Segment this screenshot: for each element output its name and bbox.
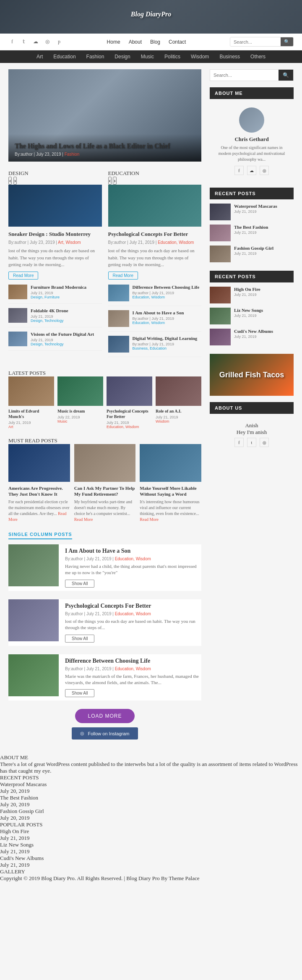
cat-business[interactable]: Business [219,54,240,60]
footer-gallery-title: GALLERY [0,868,302,875]
education-read-more[interactable]: Read More [108,272,138,280]
cat-others[interactable]: Others [250,54,266,60]
sidebar-search-input[interactable] [210,70,279,81]
edu-sub-img-2 [108,310,129,327]
soundcloud-icon[interactable]: ☁ [32,38,39,46]
about-instagram-icon[interactable]: ◎ [260,166,269,175]
latest-post-2: Music is dream July 22, 2019 Music [57,376,103,429]
design-sub-post-2: Foldable 4K Drone July 21, 2019 Design, … [8,308,102,327]
footer-about-text: There's a lot of great WordPress content… [0,761,302,774]
design-sub-meta-1: July 21, 2019 [31,291,102,295]
show-all-2[interactable]: Show All [65,635,94,643]
about-me-avatar [239,107,264,133]
about-us-twitter-icon[interactable]: t [247,438,256,447]
latest-cats-3: Education, Wisdom [107,425,152,429]
instagram-follow-button[interactable]: ◎ Follow on Instagram [72,727,138,740]
about-me-desc: One of the most significant names in mod… [214,145,289,162]
design-prev[interactable]: ‹ [8,177,12,185]
design-sub-img-3 [8,332,27,346]
nav-contact[interactable]: Contact [169,39,186,45]
main-menu: Home About Blog Contact [107,39,186,45]
recent-post-2: The Best Fashion July 21, 2019 [210,225,294,241]
cat-education[interactable]: Education [53,54,76,60]
header-search-input[interactable] [230,37,281,46]
about-us-instagram-icon[interactable]: ◎ [260,438,269,447]
sidebar-recent-posts: RECENT POSTS Waterproof Mascaras July 21… [210,188,294,262]
cat-fashion[interactable]: Fashion [86,54,104,60]
featured-category[interactable]: Fashion [65,152,80,157]
footer-copyright: Copyright © 2019 Blog Diary Pro. All Rig… [0,875,302,882]
about-us-facebook-icon[interactable]: f [234,438,244,447]
show-all-3[interactable]: Show All [65,689,94,697]
about-soundcloud-icon[interactable]: ☁ [247,166,256,175]
load-more-section: LOAD MORE ◎ Follow on Instagram [8,709,201,740]
edu-sub-cats-3: Business, Education [133,346,202,350]
music-title-3: Cudi's New Albums [234,329,294,334]
education-main-title: Psychological Concepts For Better [108,231,202,238]
music-posts-header: RECENT POSTS [210,271,294,282]
twitter-icon[interactable]: 𝕥 [20,38,28,46]
footer-recent-1: Waterproof Mascaras July 20, 2019 [0,781,302,794]
single-col-post-3: Difference Between Choosing Life By:auth… [8,654,201,701]
design-sub-meta-3: July 21, 2019 [31,338,102,342]
must-read-img-3 [140,444,201,482]
footer-about-me: ABOUT ME There's a lot of great WordPres… [0,754,302,774]
site-header: Blog DiaryPro [0,0,302,34]
must-read-more-2[interactable]: Read More [74,517,93,522]
cat-politics[interactable]: Politics [164,54,180,60]
sc-cats-1[interactable]: Education, Wisdom [115,557,151,561]
about-facebook-icon[interactable]: f [234,166,244,175]
load-more-button[interactable]: LOAD MORE [75,709,134,723]
must-read-more-3[interactable]: Read More [140,517,159,522]
footer: ABOUT ME There's a lot of great WordPres… [0,754,302,882]
facebook-icon[interactable]: f [8,38,16,46]
latest-post-1: Limits of Edvard Munch's July 21, 2019 A… [8,376,54,429]
instagram-icon[interactable]: ◎ [44,38,51,46]
single-col-title-1: I Am About to Have a Son [65,548,201,554]
cat-art[interactable]: Art [36,54,43,60]
footer-recent-post-date-1: July 20, 2019 [0,788,302,794]
about-us-widget: Anish Hey I'm anish f t ◎ [210,418,294,451]
edu-sub-img-3 [108,336,129,353]
cat-design[interactable]: Design [115,54,130,60]
featured-meta: By:author | July 23, 2019 | Fashion [15,152,195,157]
design-sub-title-1: Furniture Brand Modernica [31,285,102,290]
must-read-title-2: Can I Ask My Partner To Help My Fund Ret… [74,485,136,497]
nav-blog[interactable]: Blog [150,39,160,45]
design-sub-post-3: Visions of the Future Digital Art July 2… [8,332,102,351]
single-col-post-1: I Am About to Have a Son By:author | Jul… [8,544,201,591]
sc-cats-2[interactable]: Education, Wisdom [115,612,151,616]
single-col-section: SINGLE COLUMN POSTS I Am About to Have a… [8,531,201,700]
latest-cats-4: Wisdom [156,419,201,423]
music-post-2: Liz New Songs July 21, 2019 [210,308,294,324]
footer-recent-3: Fashion Gossip Girl July 20, 2019 [0,808,302,821]
sc-cats-3[interactable]: Education, Wisdom [115,666,151,671]
recent-posts-header: RECENT POSTS [210,188,294,199]
design-sub-title-3: Visions of the Future Digital Art [31,332,102,337]
edu-sub-post-3: Digital Writing, Digital Learning By:aut… [108,336,202,357]
cat-music[interactable]: Music [141,54,154,60]
design-main-cats[interactable]: Art, Wisdom [58,240,81,245]
music-date-3: July 21, 2019 [234,335,294,339]
must-read-1: Americans Are Progressive. They Just Don… [8,444,70,523]
pinterest-icon[interactable]: p [55,38,63,46]
show-all-1[interactable]: Show All [65,580,94,588]
footer-popular-post-date-1: July 21, 2019 [0,835,302,841]
design-next[interactable]: › [13,177,17,185]
cat-wisdom[interactable]: Wisdom [191,54,209,60]
sidebar-search: 🔍 [210,69,294,81]
must-read-excerpt-2: My boyfriend works part-time and doesn't… [74,499,136,523]
education-next[interactable]: › [113,177,116,185]
single-col-post-2: Psychological Concepts For Better By:aut… [8,599,201,646]
sidebar-search-button[interactable]: 🔍 [279,70,293,81]
design-read-more[interactable]: Read More [8,272,38,280]
sidebar-music-posts: RECENT POSTS High On Fire July 21, 2019 … [210,271,294,345]
education-main-cats[interactable]: Education, Wisdom [158,240,194,245]
edu-sub-meta-2: By:author | July 21, 2019 [133,316,202,321]
header-search-button[interactable]: 🔍 [281,37,293,46]
nav-home[interactable]: Home [107,39,120,45]
single-col-img-2 [8,599,59,641]
nav-about[interactable]: About [129,39,142,45]
education-prev[interactable]: ‹ [108,177,112,185]
must-read-label: MUST READ POSTS [8,437,201,444]
